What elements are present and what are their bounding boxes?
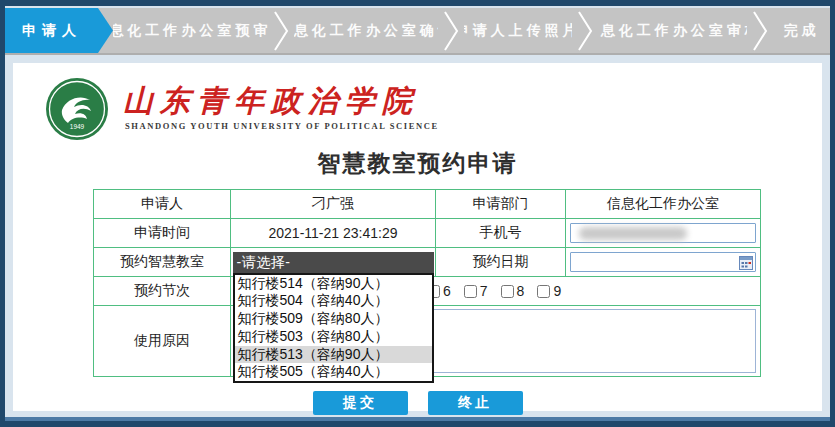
- period-checkbox-8[interactable]: [501, 285, 514, 298]
- select-option[interactable]: 知行楼509（容纳80人）: [235, 310, 432, 328]
- wizard-step-pre-review: 信息化工作办公室预审核: [113, 8, 268, 53]
- classroom-select[interactable]: -请选择- 知行楼514（容纳90人） 知行楼504（容纳40人） 知行楼509…: [233, 252, 434, 273]
- logo-text-block: 山东青年政治学院 SHANDONG YOUTH UNIVERSITY OF PO…: [123, 77, 439, 131]
- wizard-step-label: 信息化工作办公室确认: [294, 22, 438, 40]
- phone-input[interactable]: [570, 223, 756, 243]
- chevron-right-icon: [438, 8, 464, 53]
- chevron-right-icon: [747, 8, 773, 53]
- period-label: 9: [553, 283, 561, 299]
- table-row: 预约智慧教室 -请选择- 知行楼514（容纳90人） 知行楼504（容纳40人）…: [94, 248, 761, 277]
- table-row: 申请时间 2021-11-21 23:41:29 手机号: [94, 219, 761, 248]
- phone-label: 手机号: [436, 219, 566, 248]
- app-window: 申请人 信息化工作办公室预审核 信息化工作办公室确认 申请人上传照片 信息化工作…: [0, 0, 835, 427]
- department-value: 信息化工作办公室: [566, 190, 761, 219]
- table-row: 申请人 刁广强 申请部门 信息化工作办公室: [94, 190, 761, 219]
- select-option[interactable]: 知行楼514（容纳90人）: [235, 275, 432, 293]
- wizard-step-done: 完成: [773, 8, 830, 53]
- date-label: 预约日期: [436, 248, 566, 277]
- apply-time-value: 2021-11-21 23:41:29: [231, 219, 436, 248]
- wizard-bar: 申请人 信息化工作办公室预审核 信息化工作办公室确认 申请人上传照片 信息化工作…: [5, 8, 830, 55]
- period-checkbox-9[interactable]: [537, 285, 550, 298]
- period-checkbox-7[interactable]: [464, 285, 477, 298]
- applicant-value: 刁广强: [231, 190, 436, 219]
- period-label: 8: [517, 283, 525, 299]
- reservation-form-table: 申请人 刁广强 申请部门 信息化工作办公室 申请时间 2021-11-21 23…: [93, 189, 761, 377]
- chevron-right-icon: [572, 8, 598, 53]
- select-option[interactable]: 知行楼513（容纳90人）: [235, 346, 432, 364]
- wizard-step-label: 信息化工作办公室审核: [598, 22, 747, 40]
- classroom-select-selected[interactable]: -请选择-: [233, 252, 434, 273]
- department-label: 申请部门: [436, 190, 566, 219]
- apply-time-label: 申请时间: [94, 219, 231, 248]
- period-option-8: 8: [501, 283, 525, 299]
- content-panel: 1949 山东青年政治学院 SHANDONG YOUTH UNIVERSITY …: [13, 63, 822, 411]
- period-label: 7: [480, 283, 488, 299]
- applicant-label: 申请人: [94, 190, 231, 219]
- submit-button[interactable]: 提交: [313, 391, 408, 415]
- calendar-icon[interactable]: [739, 256, 753, 270]
- terminate-button[interactable]: 终止: [428, 391, 523, 415]
- wizard-step-applicant: 申请人: [5, 8, 113, 53]
- period-label: 6: [443, 283, 451, 299]
- wizard-step-label: 申请人上传照片: [464, 22, 572, 40]
- select-option[interactable]: 知行楼503（容纳80人）: [235, 328, 432, 346]
- university-name-en: SHANDONG YOUTH UNIVERSITY OF POLITICAL S…: [125, 121, 439, 131]
- seal-year: 1949: [70, 123, 85, 130]
- periods-label: 预约节次: [94, 277, 231, 306]
- wizard-step-review: 信息化工作办公室审核: [598, 8, 747, 53]
- wizard-step-label: 申请人: [22, 22, 82, 40]
- period-option-9: 9: [537, 283, 561, 299]
- classroom-label: 预约智慧教室: [94, 248, 231, 277]
- university-logo: 1949 山东青年政治学院 SHANDONG YOUTH UNIVERSITY …: [45, 77, 439, 141]
- chevron-right-icon: [268, 8, 294, 53]
- button-row: 提交 终止: [13, 391, 822, 415]
- page-title: 智慧教室预约申请: [13, 148, 822, 179]
- classroom-select-dropdown: 知行楼514（容纳90人） 知行楼504（容纳40人） 知行楼509（容纳80人…: [233, 273, 434, 384]
- select-option[interactable]: 知行楼504（容纳40人）: [235, 292, 432, 310]
- period-option-7: 7: [464, 283, 488, 299]
- university-seal-icon: 1949: [45, 77, 109, 141]
- bottom-status-bar: [5, 417, 830, 421]
- wizard-step-label: 完成: [784, 22, 820, 40]
- wizard-step-confirm: 信息化工作办公室确认: [294, 8, 438, 53]
- wizard-step-upload-photo: 申请人上传照片: [464, 8, 572, 53]
- university-name-cn: 山东青年政治学院: [123, 83, 439, 119]
- redacted-phone-value: [579, 227, 687, 240]
- select-option[interactable]: 知行楼505（容纳40人）: [235, 363, 432, 381]
- reason-label: 使用原因: [94, 306, 231, 377]
- wizard-step-label: 信息化工作办公室预审核: [113, 22, 268, 40]
- date-input[interactable]: [570, 252, 756, 272]
